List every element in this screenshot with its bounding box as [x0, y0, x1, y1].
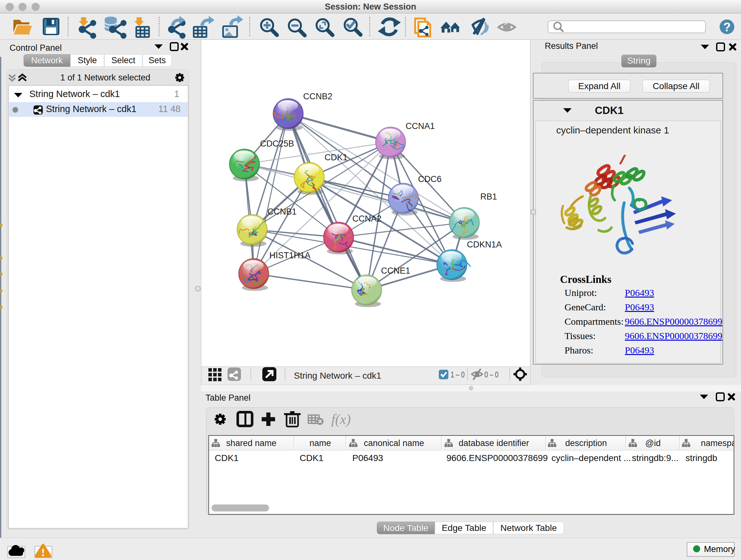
svg-text:CCNA2: CCNA2 [352, 214, 382, 224]
svg-text:CCNE1: CCNE1 [381, 266, 410, 275]
svg-text:RB1: RB1 [480, 192, 497, 201]
svg-text:CDC25B: CDC25B [260, 139, 294, 148]
svg-text:CDKN1A: CDKN1A [467, 240, 502, 249]
svg-text:CCNB2: CCNB2 [303, 91, 333, 101]
svg-text:HIST1H1A: HIST1H1A [269, 251, 311, 260]
svg-text:CCNA1: CCNA1 [406, 121, 435, 131]
svg-text:CDK1: CDK1 [325, 152, 347, 162]
svg-text:CCNB1: CCNB1 [267, 207, 297, 216]
svg-text:CDC6: CDC6 [418, 174, 442, 184]
